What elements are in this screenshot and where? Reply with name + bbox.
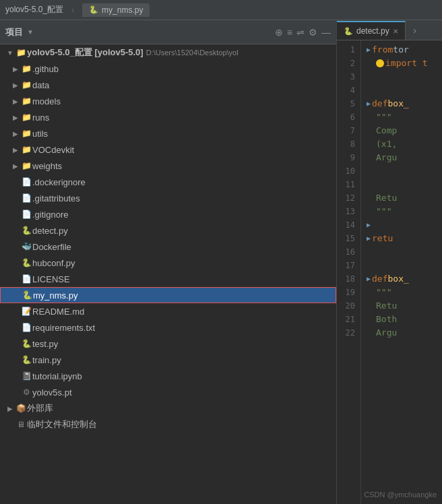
code-line-13: """ [367, 205, 437, 218]
sidebar-expand-icon[interactable]: ⇌ [296, 27, 305, 38]
mynms-label: my_nms.py [33, 290, 77, 301]
title-file-name: my_nms.py [102, 5, 143, 15]
utils-label: utils [32, 129, 48, 139]
title-file-tab[interactable]: 🐍 my_nms.py [82, 3, 150, 17]
sidebar-minimize-icon[interactable]: — [321, 27, 331, 38]
project-title: yolov5-5.0_配置 [5, 4, 63, 15]
watermark-text: CSDN @ymchuangke [364, 491, 437, 499]
tutorial-file-icon: 📓 [20, 371, 32, 381]
tree-item-tempfiles[interactable]: 🖥 临时文件和控制台 [0, 416, 336, 433]
mynms-file-icon: 🐍 [21, 290, 33, 300]
tree-item-data[interactable]: ▶ 📁 data [0, 77, 336, 93]
gutter-arrow-5: ▶ [367, 97, 371, 111]
gutter-arrow-15: ▶ [367, 232, 371, 245]
watermark: CSDN @ymchuangke [364, 491, 437, 499]
temp-icon: 🖥 [15, 420, 27, 429]
test-file-icon: 🐍 [20, 339, 32, 348]
data-chevron-icon: ▶ [11, 82, 20, 89]
code-line-4 [367, 84, 437, 97]
title-bar: yolov5-5.0_配置 › 🐍 my_nms.py [0, 0, 442, 20]
code-module-1: tor [393, 43, 408, 57]
tree-item-license[interactable]: 📄 LICENSE [0, 271, 336, 287]
voc-folder-icon: 📁 [20, 145, 32, 154]
tree-item-detect[interactable]: 🐍 detect.py [0, 222, 336, 239]
license-file-icon: 📄 [20, 274, 32, 284]
gutter-arrow-18: ▶ [367, 272, 371, 286]
tree-item-gitignore[interactable]: 📄 .gitignore [0, 206, 336, 222]
gitignore-label: .gitignore [32, 210, 68, 220]
extlib-chevron-icon: ▶ [5, 405, 15, 412]
root-path: D:\Users\15204\Desktop\yol [146, 49, 239, 57]
tree-item-requirements[interactable]: 📄 requirements.txt [0, 319, 336, 336]
voc-label: VOCdevkit [32, 145, 74, 155]
github-chevron-icon: ▶ [11, 65, 20, 73]
yolov5s-file-icon: ⚙ [20, 387, 32, 397]
detect-file-icon: 🐍 [20, 226, 32, 235]
code-text-1: from [372, 43, 393, 57]
temp-label: 临时文件和控制台 [27, 418, 97, 431]
code-line-6: """ [367, 111, 437, 124]
code-text-8: (x1, [376, 137, 397, 151]
tree-item-weights[interactable]: ▶ 📁 weights [0, 158, 336, 174]
tab-detect-close-icon[interactable]: ✕ [393, 28, 398, 35]
utils-folder-icon: 📁 [20, 129, 32, 138]
models-label: models [32, 96, 61, 106]
sidebar-dropdown-icon[interactable]: ▼ [27, 28, 34, 36]
train-label: train.py [32, 355, 61, 365]
tree-item-train[interactable]: 🐍 train.py [0, 352, 336, 368]
tab-more-button[interactable]: › [406, 21, 424, 40]
tree-item-github[interactable]: ▶ 📁 .github [0, 61, 336, 77]
code-func-5: box_ [388, 97, 409, 111]
code-def-18: def [372, 272, 387, 286]
weights-chevron-icon: ▶ [11, 162, 20, 170]
code-line-17 [367, 259, 437, 272]
code-text-19: """ [376, 286, 391, 299]
root-chevron-icon: ▼ [5, 49, 15, 57]
tab-detect[interactable]: 🐍 detect.py ✕ [337, 21, 406, 40]
code-line-3 [367, 70, 437, 84]
code-line-14: ▶ [367, 218, 437, 232]
tutorial-label: tutorial.ipynb [32, 371, 82, 381]
github-folder-icon: 📁 [20, 64, 32, 73]
readme-file-icon: 📝 [20, 307, 32, 316]
sidebar-label: 项目 [5, 26, 23, 38]
dockerignore-file-icon: 📄 [20, 177, 32, 187]
tree-item-models[interactable]: ▶ 📁 models [0, 93, 336, 109]
editor-tabs: 🐍 detect.py ✕ › [337, 20, 442, 40]
code-editor: 1 2 3 4 5 6 7 8 9 10 11 12 13 14 15 16 1… [337, 40, 442, 504]
tree-item-test[interactable]: 🐍 test.py [0, 336, 336, 352]
code-line-19: """ [367, 286, 437, 299]
tree-item-readme[interactable]: 📝 README.md [0, 303, 336, 319]
tree-item-vocdevkit[interactable]: ▶ 📁 VOCdevkit [0, 141, 336, 158]
title-file-icon: 🐍 [89, 5, 98, 14]
code-content: ▶ from tor import t ▶ def box_ [361, 40, 442, 504]
sidebar-collapse-icon[interactable]: ≡ [287, 27, 292, 38]
tree-item-tutorial[interactable]: 📓 tutorial.ipynb [0, 368, 336, 384]
tree-item-dockerignore[interactable]: 📄 .dockerignore [0, 174, 336, 190]
tab-detect-label: detect.py [356, 26, 389, 36]
hubconf-label: hubconf.py [32, 258, 75, 268]
tree-item-runs[interactable]: ▶ 📁 runs [0, 109, 336, 125]
code-line-10 [367, 164, 437, 178]
code-text-7: Comp [376, 124, 397, 137]
code-text-6: """ [376, 111, 391, 124]
tree-item-hubconf[interactable]: 🐍 hubconf.py [0, 255, 336, 271]
sidebar-locate-icon[interactable]: ⊕ [275, 27, 283, 38]
tree-item-utils[interactable]: ▶ 📁 utils [0, 125, 336, 141]
code-line-18: ▶ def box_ [367, 272, 437, 286]
tree-root[interactable]: ▼ 📁 yolov5-5.0_配置 [yolov5-5.0] D:\Users\… [0, 44, 336, 61]
tree-item-yolov5s[interactable]: ⚙ yolov5s.pt [0, 384, 336, 400]
tree-item-dockerfile[interactable]: 🐳 Dockerfile [0, 239, 336, 255]
runs-folder-icon: 📁 [20, 113, 32, 122]
detect-label: detect.py [32, 226, 68, 236]
tree-item-mynms[interactable]: 🐍 my_nms.py [0, 287, 336, 303]
code-func-18: box_ [388, 272, 409, 286]
models-chevron-icon: ▶ [11, 98, 20, 105]
data-label: data [32, 80, 49, 90]
tree-item-externallib[interactable]: ▶ 📦 外部库 [0, 400, 336, 416]
sidebar-settings-icon[interactable]: ⚙ [309, 27, 317, 38]
tree-item-gitattributes[interactable]: 📄 .gitattributes [0, 190, 336, 206]
weights-folder-icon: 📁 [20, 161, 32, 170]
runs-label: runs [32, 113, 49, 123]
gutter-arrow-14: ▶ [367, 218, 371, 232]
